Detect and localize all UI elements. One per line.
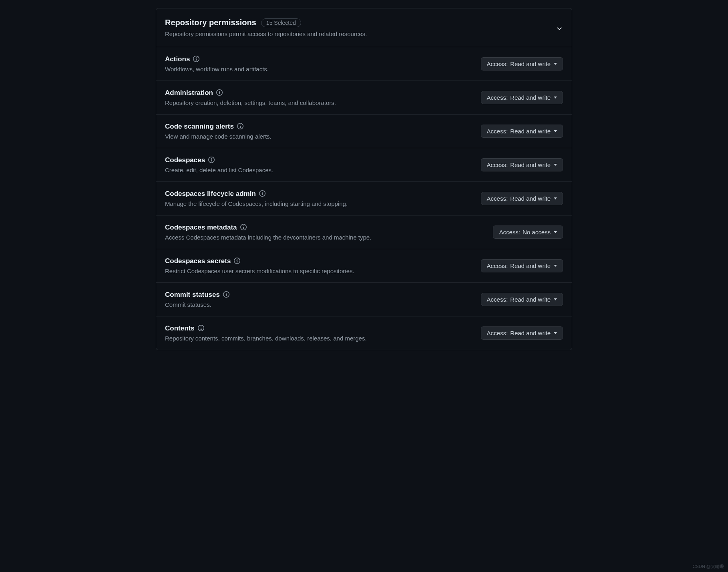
permission-info: Codespaces metadataAccess Codespaces met… bbox=[165, 224, 493, 241]
caret-down-icon bbox=[554, 298, 557, 300]
chevron-down-icon[interactable] bbox=[556, 25, 563, 34]
permission-info: Codespaces secretsRestrict Codespaces us… bbox=[165, 257, 481, 274]
access-value: Read and write bbox=[510, 195, 551, 202]
access-label-prefix: Access: bbox=[487, 195, 508, 202]
caret-down-icon bbox=[554, 130, 557, 132]
access-dropdown-button[interactable]: Access: Read and write bbox=[481, 158, 563, 171]
permission-info: Code scanning alertsView and manage code… bbox=[165, 123, 481, 140]
access-value: Read and write bbox=[510, 262, 551, 269]
permission-title: Contents bbox=[165, 324, 195, 332]
permission-description: Manage the lifecycle of Codespaces, incl… bbox=[165, 200, 481, 207]
panel-header[interactable]: Repository permissions 15 Selected Repos… bbox=[156, 8, 572, 47]
permission-description: Access Codespaces metadata including the… bbox=[165, 234, 493, 241]
access-dropdown-button[interactable]: Access: Read and write bbox=[481, 326, 563, 340]
access-label-prefix: Access: bbox=[487, 262, 508, 269]
access-value: No access bbox=[523, 229, 551, 236]
permission-info: Codespaces lifecycle adminManage the lif… bbox=[165, 190, 481, 207]
permission-row: Codespaces lifecycle adminManage the lif… bbox=[156, 182, 572, 216]
selected-count-badge: 15 Selected bbox=[261, 18, 301, 27]
info-icon[interactable] bbox=[237, 123, 243, 131]
repository-permissions-panel: Repository permissions 15 Selected Repos… bbox=[156, 8, 572, 350]
permission-title: Codespaces secrets bbox=[165, 257, 231, 265]
caret-down-icon bbox=[554, 197, 557, 199]
access-dropdown-button[interactable]: Access: Read and write bbox=[481, 91, 563, 104]
access-label-prefix: Access: bbox=[487, 128, 508, 135]
permission-title: Administration bbox=[165, 89, 213, 97]
permission-row: CodespacesCreate, edit, delete and list … bbox=[156, 148, 572, 182]
permission-list: ActionsWorkflows, workflow runs and arti… bbox=[156, 47, 572, 350]
access-label-prefix: Access: bbox=[487, 161, 508, 168]
info-icon[interactable] bbox=[259, 190, 265, 198]
info-icon[interactable] bbox=[198, 325, 204, 332]
access-dropdown-button[interactable]: Access: No access bbox=[493, 226, 563, 239]
permission-row: Commit statusesCommit statuses.Access: R… bbox=[156, 283, 572, 316]
permission-title: Actions bbox=[165, 55, 190, 63]
permission-info: ActionsWorkflows, workflow runs and arti… bbox=[165, 55, 481, 73]
permission-description: Repository contents, commits, branches, … bbox=[165, 335, 481, 342]
permission-description: Workflows, workflow runs and artifacts. bbox=[165, 66, 481, 73]
info-icon[interactable] bbox=[240, 224, 247, 232]
access-dropdown-button[interactable]: Access: Read and write bbox=[481, 192, 563, 205]
access-value: Read and write bbox=[510, 330, 551, 336]
access-value: Read and write bbox=[510, 128, 551, 135]
caret-down-icon bbox=[554, 265, 557, 267]
permission-title: Codespaces bbox=[165, 156, 205, 164]
caret-down-icon bbox=[554, 332, 557, 334]
permission-info: AdministrationRepository creation, delet… bbox=[165, 89, 481, 106]
info-icon[interactable] bbox=[234, 258, 240, 265]
permission-title: Codespaces lifecycle admin bbox=[165, 190, 256, 198]
access-label-prefix: Access: bbox=[487, 60, 508, 67]
permission-title: Commit statuses bbox=[165, 291, 220, 299]
permission-row: Codespaces metadataAccess Codespaces met… bbox=[156, 216, 572, 249]
info-icon[interactable] bbox=[216, 89, 223, 97]
access-label-prefix: Access: bbox=[499, 229, 520, 236]
caret-down-icon bbox=[554, 63, 557, 65]
caret-down-icon bbox=[554, 97, 557, 99]
access-label-prefix: Access: bbox=[487, 296, 508, 303]
permission-description: Restrict Codespaces user secrets modific… bbox=[165, 268, 481, 274]
permission-description: View and manage code scanning alerts. bbox=[165, 133, 481, 140]
permission-description: Create, edit, delete and list Codespaces… bbox=[165, 167, 481, 173]
permission-description: Commit statuses. bbox=[165, 301, 481, 308]
permission-row: AdministrationRepository creation, delet… bbox=[156, 81, 572, 115]
access-label-prefix: Access: bbox=[487, 330, 508, 336]
access-value: Read and write bbox=[510, 94, 551, 101]
access-dropdown-button[interactable]: Access: Read and write bbox=[481, 125, 563, 138]
panel-title: Repository permissions bbox=[165, 18, 256, 27]
caret-down-icon bbox=[554, 231, 557, 233]
permission-info: ContentsRepository contents, commits, br… bbox=[165, 324, 481, 342]
permission-row: Code scanning alertsView and manage code… bbox=[156, 115, 572, 148]
access-value: Read and write bbox=[510, 60, 551, 67]
access-value: Read and write bbox=[510, 161, 551, 168]
info-icon[interactable] bbox=[193, 56, 199, 63]
permission-description: Repository creation, deletion, settings,… bbox=[165, 99, 481, 106]
access-dropdown-button[interactable]: Access: Read and write bbox=[481, 259, 563, 272]
permission-info: Commit statusesCommit statuses. bbox=[165, 291, 481, 308]
access-value: Read and write bbox=[510, 296, 551, 303]
caret-down-icon bbox=[554, 164, 557, 166]
permission-title: Code scanning alerts bbox=[165, 123, 234, 131]
permission-row: ActionsWorkflows, workflow runs and arti… bbox=[156, 47, 572, 81]
info-icon[interactable] bbox=[208, 157, 215, 164]
access-label-prefix: Access: bbox=[487, 94, 508, 101]
access-dropdown-button[interactable]: Access: Read and write bbox=[481, 57, 563, 70]
access-dropdown-button[interactable]: Access: Read and write bbox=[481, 293, 563, 306]
panel-subtitle: Repository permissions permit access to … bbox=[165, 30, 556, 37]
info-icon[interactable] bbox=[223, 291, 229, 299]
permission-title: Codespaces metadata bbox=[165, 224, 237, 232]
panel-header-content: Repository permissions 15 Selected Repos… bbox=[165, 18, 556, 37]
permission-row: ContentsRepository contents, commits, br… bbox=[156, 316, 572, 350]
permission-info: CodespacesCreate, edit, delete and list … bbox=[165, 156, 481, 173]
permission-row: Codespaces secretsRestrict Codespaces us… bbox=[156, 249, 572, 283]
